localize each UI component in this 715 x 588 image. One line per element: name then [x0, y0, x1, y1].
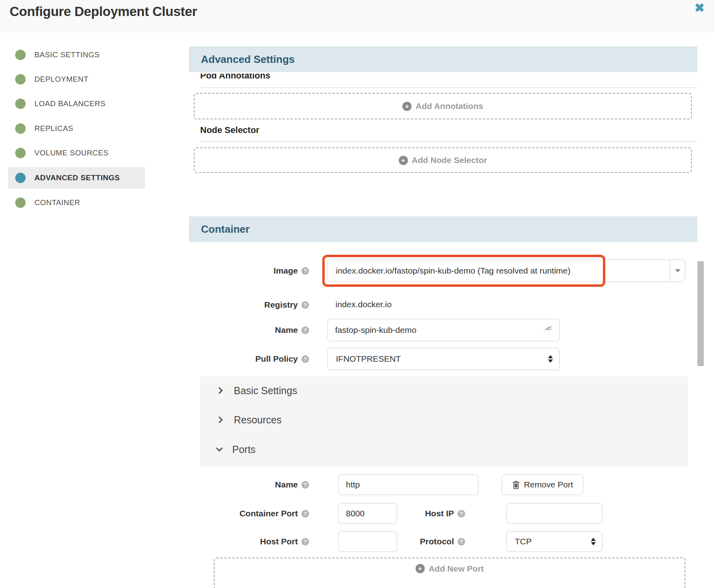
select-stepper-icon — [548, 355, 553, 363]
remove-port-label: Remove Port — [524, 480, 573, 489]
trash-icon — [512, 480, 520, 489]
add-annotations-button[interactable]: + Add Annotations — [194, 93, 692, 119]
help-icon[interactable]: ? — [301, 510, 309, 518]
select-stepper-icon — [591, 538, 596, 546]
host-port-label: Host Port ? — [189, 536, 309, 548]
section-title: Container — [201, 223, 249, 236]
pull-policy-value: IFNOTPRESENT — [336, 354, 401, 364]
sidebar-item-replicas[interactable]: REPLICAS — [8, 118, 145, 139]
help-icon[interactable]: ? — [301, 326, 309, 334]
help-icon[interactable]: ? — [301, 267, 309, 275]
protocol-label: Protocol ? — [369, 536, 465, 548]
help-icon[interactable]: ? — [301, 481, 309, 489]
step-active-dot — [15, 173, 26, 183]
circle-plus-icon: + — [416, 564, 425, 573]
collapsible-label: Resources — [234, 414, 282, 426]
sidebar-item-label: LOAD BALANCERS — [34, 99, 106, 108]
container-port-label: Container Port ? — [189, 507, 309, 520]
container-subsections-panel: Basic Settings Resources Ports — [200, 377, 688, 467]
heading-rule — [200, 141, 697, 142]
modal-title: Configure Deployment Cluster — [10, 4, 197, 19]
spel-expression-icon[interactable] — [542, 325, 553, 335]
container-name-field-wrap — [327, 319, 560, 341]
modal-content: Advanced Settings Pod Annotations + Add … — [189, 0, 697, 588]
sidebar-item-basic-settings[interactable]: BASIC SETTINGS — [8, 44, 145, 66]
sidebar-item-volume-sources[interactable]: VOLUME SOURCES — [8, 142, 145, 164]
help-icon[interactable]: ? — [301, 538, 309, 546]
sidebar-item-label: ADVANCED SETTINGS — [34, 173, 120, 182]
host-ip-label: Host IP ? — [369, 507, 465, 520]
protocol-select[interactable]: TCP — [506, 531, 603, 552]
sidebar-item-label: DEPLOYMENT — [34, 75, 88, 84]
step-complete-dot — [15, 50, 26, 60]
section-title: Advanced Settings — [201, 53, 295, 66]
add-node-selector-button[interactable]: + Add Node Selector — [194, 147, 692, 173]
help-icon[interactable]: ? — [301, 355, 309, 363]
node-selector-heading: Node Selector — [200, 125, 259, 135]
circle-plus-icon: + — [399, 156, 408, 165]
registry-value: index.docker.io — [335, 300, 392, 309]
heading-rule — [200, 87, 697, 88]
sidebar-item-load-balancers[interactable]: LOAD BALANCERS — [8, 93, 145, 115]
image-select[interactable]: index.docker.io/fastop/spin-kub-demo (Ta… — [327, 260, 685, 282]
collapsible-basic-settings[interactable]: Basic Settings — [217, 384, 297, 397]
sidebar-item-deployment[interactable]: DEPLOYMENT — [8, 68, 145, 90]
add-annotations-label: Add Annotations — [416, 101, 483, 111]
help-icon[interactable]: ? — [301, 301, 309, 309]
protocol-value: TCP — [515, 537, 532, 546]
chevron-right-icon — [216, 417, 223, 423]
chevron-down-icon — [216, 445, 223, 452]
sidebar-item-label: CONTAINER — [34, 198, 80, 207]
remove-port-button[interactable]: Remove Port — [502, 474, 583, 495]
step-complete-dot — [15, 123, 26, 134]
registry-label: Registry ? — [189, 299, 309, 311]
container-section-header: Container — [189, 216, 697, 242]
sidebar-item-label: VOLUME SOURCES — [34, 149, 108, 157]
container-name-input[interactable] — [327, 319, 560, 341]
collapsible-label: Ports — [232, 444, 255, 455]
sidebar-item-label: BASIC SETTINGS — [34, 50, 100, 59]
image-select-value: index.docker.io/fastop/spin-kub-demo (Ta… — [336, 266, 570, 276]
step-complete-dot — [15, 74, 26, 85]
configure-deployment-cluster-modal: Configure Deployment Cluster ✖ BASIC SET… — [0, 0, 715, 588]
container-name-label: Name ? — [189, 324, 309, 336]
sidebar-item-advanced-settings[interactable]: ADVANCED SETTINGS — [8, 167, 145, 189]
step-complete-dot — [15, 148, 26, 158]
pod-annotations-heading-clipped: Pod Annotations — [200, 74, 270, 82]
pull-policy-label: Pull Policy ? — [189, 353, 309, 365]
add-node-selector-label: Add Node Selector — [412, 155, 487, 165]
dropdown-arrow-icon — [670, 260, 685, 282]
collapsible-label: Basic Settings — [234, 385, 297, 397]
collapsible-ports[interactable]: Ports — [217, 443, 255, 456]
port-name-input[interactable] — [338, 474, 478, 495]
circle-plus-icon: + — [402, 102, 412, 111]
host-ip-input[interactable] — [506, 503, 603, 524]
add-new-port-label: Add New Port — [429, 564, 484, 574]
help-icon[interactable]: ? — [458, 538, 465, 546]
image-label: Image ? — [189, 265, 309, 277]
chevron-right-icon — [216, 387, 223, 394]
add-new-port-button[interactable]: + Add New Port — [214, 558, 685, 588]
sidebar-item-label: REPLICAS — [34, 124, 73, 133]
help-icon[interactable]: ? — [458, 510, 465, 518]
advanced-settings-section-header: Advanced Settings — [189, 46, 697, 72]
step-complete-dot — [15, 197, 26, 208]
step-complete-dot — [15, 99, 26, 109]
collapsible-resources[interactable]: Resources — [217, 413, 282, 427]
vertical-scrollbar-thumb[interactable] — [697, 261, 704, 366]
port-name-label: Name ? — [189, 479, 309, 491]
sidebar-item-container[interactable]: CONTAINER — [8, 192, 145, 213]
pull-policy-select[interactable]: IFNOTPRESENT — [327, 348, 560, 370]
